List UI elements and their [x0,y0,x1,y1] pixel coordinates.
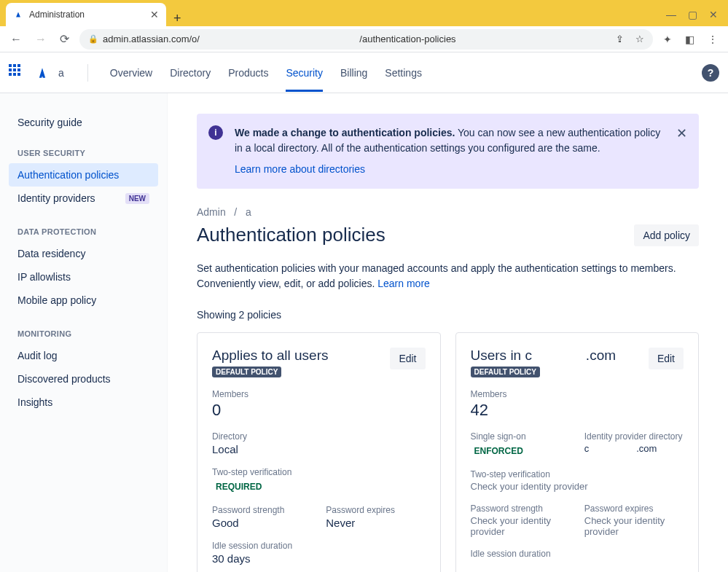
close-window-icon[interactable]: ✕ [709,9,718,20]
tab-billing[interactable]: Billing [340,54,367,92]
sidebar-item-identity-providers[interactable]: Identity providers NEW [9,187,158,210]
info-icon: i [208,125,223,140]
info-banner: i We made a change to authentication pol… [197,114,699,189]
members-label: Members [212,389,426,399]
atlassian-favicon [13,9,23,20]
extensions-icon[interactable]: ✦ [660,31,675,48]
tab-security[interactable]: Security [286,54,323,92]
idp-value: c .com [584,443,684,454]
sidebar: Security guide USER SECURITY Authenticat… [0,93,168,572]
sidebar-section-monitoring: MONITORING [9,312,158,344]
account-icon[interactable]: ◧ [682,31,697,48]
edit-button[interactable]: Edit [390,348,425,369]
sidebar-item-auth-policies[interactable]: Authentication policies [9,163,158,187]
app-switcher-icon[interactable] [9,64,26,82]
idle-label: Idle session duration [212,541,426,551]
sidebar-item-discovered-products[interactable]: Discovered products [9,367,158,391]
forward-button[interactable]: → [32,30,50,49]
nav-tabs: Overview Directory Products Security Bil… [110,54,422,92]
browser-tab-bar: Administration ✕ + — ▢ ✕ [0,0,728,26]
tab-products[interactable]: Products [228,54,268,92]
members-label: Members [471,389,684,399]
sidebar-item-security-guide[interactable]: Security guide [9,111,158,134]
showing-count: Showing 2 policies [197,309,699,321]
pw-expires-value: Never [326,517,425,529]
sso-value: ENFORCED [471,444,527,458]
idp-label: Identity provider directory [584,431,684,442]
edit-button[interactable]: Edit [649,348,684,369]
banner-close-icon[interactable]: ✕ [676,125,687,141]
pw-strength-label: Password strength [212,505,311,515]
sidebar-item-insights[interactable]: Insights [9,391,158,414]
reload-button[interactable]: ⟳ [57,29,72,49]
sidebar-item-data-residency[interactable]: Data residency [9,242,158,265]
pw-expires-label: Password expires [326,505,425,515]
pw-strength-label: Password strength [471,504,570,514]
members-value: 42 [471,401,684,420]
default-policy-badge: DEFAULT POLICY [471,367,540,377]
minimize-icon[interactable]: — [666,9,676,20]
pw-expires-label: Password expires [584,504,684,514]
browser-tab[interactable]: Administration ✕ [6,3,166,26]
atlassian-logo-icon[interactable] [35,66,50,80]
org-name[interactable]: a [58,67,64,79]
banner-learn-more-link[interactable]: Learn more about directories [235,162,670,177]
banner-bold: We made a change to authentication polic… [235,127,455,138]
close-tab-icon[interactable]: ✕ [150,9,159,20]
directory-value: Local [212,443,426,455]
menu-icon[interactable]: ⋮ [705,31,721,48]
url-prefix: admin.atlassian.com/o/ [103,34,200,44]
default-policy-badge: DEFAULT POLICY [212,367,281,377]
pw-expires-sub: Check your identity provider [584,515,684,537]
idle-label: Idle session duration [471,549,684,559]
browser-toolbar: ← → ⟳ 🔒 admin.atlassian.com/o/ /authenti… [0,26,728,52]
breadcrumb: Admin / a [197,206,699,218]
new-badge: NEW [125,193,149,204]
star-icon[interactable]: ☆ [635,34,644,44]
url-suffix: /authentication-policies [359,34,455,44]
tab-directory[interactable]: Directory [170,54,211,92]
lock-icon: 🔒 [88,34,98,44]
main-content: i We made a change to authentication pol… [168,93,728,572]
policy-card-users-in-domain: Users in c .com DEFAULT POLICY Edit Memb… [455,332,700,572]
share-icon[interactable]: ⇪ [616,34,624,44]
policy-card-all-users: Applies to all users DEFAULT POLICY Edit… [197,332,441,572]
twostep-sub: Check your identity provider [471,481,684,492]
tab-title: Administration [29,9,85,20]
twostep-label: Two-step verification [212,467,426,477]
sidebar-item-mobile-app-policy[interactable]: Mobile app policy [9,289,158,312]
tab-overview[interactable]: Overview [110,54,152,92]
twostep-label: Two-step verification [471,469,684,479]
sidebar-item-ip-allowlists[interactable]: IP allowlists [9,265,158,289]
sidebar-section-user-security: USER SECURITY [9,134,158,163]
sso-label: Single sign-on [471,431,570,442]
twostep-value: REQUIRED [212,480,265,493]
tab-settings[interactable]: Settings [385,54,422,92]
pw-strength-value: Good [212,517,311,529]
intro-text: Set authentication policies with your ma… [197,261,699,291]
intro-learn-more-link[interactable]: Learn more [377,278,430,289]
breadcrumb-admin[interactable]: Admin [197,206,226,218]
new-tab-button[interactable]: + [166,11,189,26]
card-title: Applies to all users [212,348,328,364]
directory-label: Directory [212,431,426,442]
breadcrumb-org[interactable]: a [246,206,251,218]
address-bar[interactable]: 🔒 admin.atlassian.com/o/ /authentication… [79,29,653,50]
help-icon[interactable]: ? [702,64,719,82]
pw-strength-sub: Check your identity provider [471,515,570,537]
card-title: Users in c .com [471,348,617,364]
back-button[interactable]: ← [7,30,25,49]
idle-value: 30 days [212,552,426,565]
members-value: 0 [212,401,426,420]
page-title: Authentication policies [197,224,385,246]
add-policy-button[interactable]: Add policy [634,224,699,246]
maximize-icon[interactable]: ▢ [688,9,697,20]
sidebar-section-data-protection: DATA PROTECTION [9,210,158,242]
app-header: a Overview Directory Products Security B… [0,52,728,93]
sidebar-item-audit-log[interactable]: Audit log [9,344,158,367]
